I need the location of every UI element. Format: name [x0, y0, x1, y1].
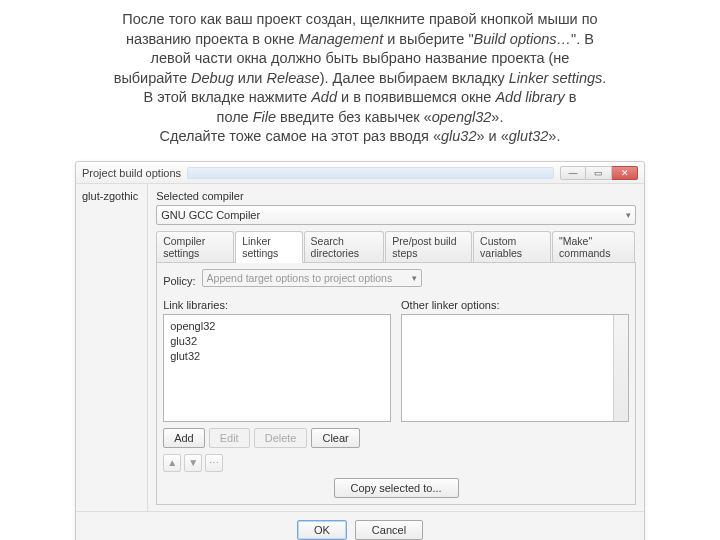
dialog-button-bar: OK Cancel	[76, 511, 644, 540]
policy-combo[interactable]: Append target options to project options…	[202, 269, 422, 287]
instruction-text: После того как ваш проект создан, щелкни…	[0, 0, 720, 161]
delete-button[interactable]: Delete	[254, 428, 308, 448]
window-title: Project build options	[82, 167, 181, 179]
project-root-item[interactable]: glut-zgothic	[82, 190, 141, 202]
copy-selected-button[interactable]: Copy selected to...	[334, 478, 459, 498]
maximize-button[interactable]: ▭	[586, 166, 612, 180]
add-button[interactable]: Add	[163, 428, 205, 448]
dialog-window: Project build options — ▭ ✕ glut-zgothic…	[75, 161, 645, 540]
tabs: Compiler settings Linker settings Search…	[156, 231, 636, 263]
move-up-icon[interactable]: ▲	[163, 454, 181, 472]
list-item[interactable]: opengl32	[170, 319, 384, 334]
tab-search-directories[interactable]: Search directories	[304, 231, 385, 262]
tab-make-commands[interactable]: "Make" commands	[552, 231, 635, 262]
tab-linker-settings[interactable]: Linker settings	[235, 231, 302, 263]
tab-compiler-settings[interactable]: Compiler settings	[156, 231, 234, 262]
link-libs-list[interactable]: opengl32 glu32 glut32	[163, 314, 391, 422]
list-item[interactable]: glut32	[170, 349, 384, 364]
compiler-label: Selected compiler	[156, 190, 636, 202]
ok-button[interactable]: OK	[297, 520, 347, 540]
policy-label: Policy:	[163, 275, 195, 287]
other-opts-label: Other linker options:	[401, 299, 629, 311]
compiler-value: GNU GCC Compiler	[161, 209, 260, 221]
move-down-icon[interactable]: ▼	[184, 454, 202, 472]
edit-button[interactable]: Edit	[209, 428, 250, 448]
link-libs-label: Link libraries:	[163, 299, 391, 311]
cancel-button[interactable]: Cancel	[355, 520, 423, 540]
project-tree[interactable]: glut-zgothic	[76, 184, 148, 511]
policy-value: Append target options to project options	[207, 272, 393, 284]
chevron-down-icon: ▾	[412, 273, 417, 283]
tab-custom-variables[interactable]: Custom variables	[473, 231, 551, 262]
compiler-combo[interactable]: GNU GCC Compiler ▾	[156, 205, 636, 225]
linker-panel: Policy: Append target options to project…	[156, 263, 636, 505]
minimize-button[interactable]: —	[560, 166, 586, 180]
main-pane: Selected compiler GNU GCC Compiler ▾ Com…	[148, 184, 644, 511]
extra-icon[interactable]: ⋯	[205, 454, 223, 472]
chevron-down-icon: ▾	[626, 210, 631, 220]
other-opts-textarea[interactable]	[401, 314, 629, 422]
close-button[interactable]: ✕	[612, 166, 638, 180]
window-controls: — ▭ ✕	[560, 166, 638, 180]
titlebar-spacer	[187, 167, 554, 179]
clear-button[interactable]: Clear	[311, 428, 359, 448]
titlebar: Project build options — ▭ ✕	[76, 162, 644, 184]
tab-pre-post-build[interactable]: Pre/post build steps	[385, 231, 472, 262]
list-item[interactable]: glu32	[170, 334, 384, 349]
